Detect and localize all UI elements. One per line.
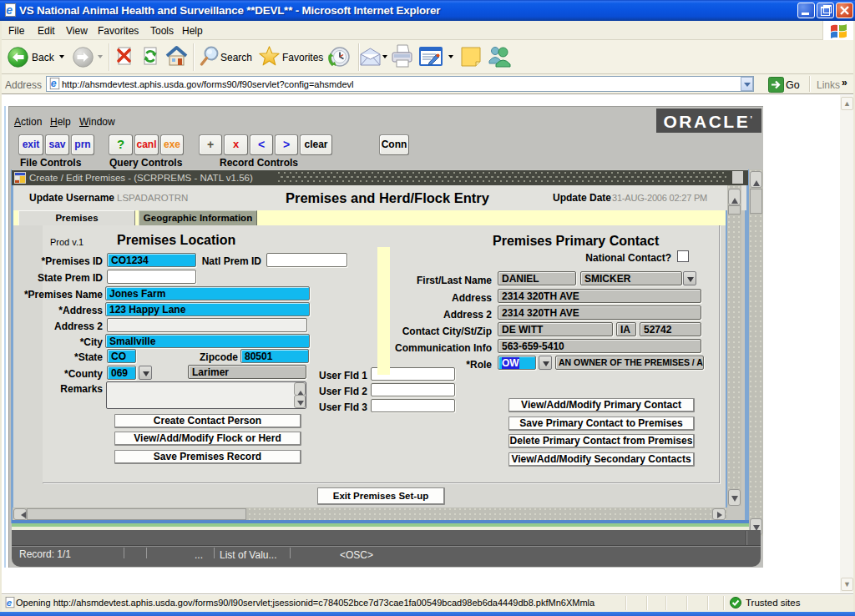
svg-text:e: e <box>6 3 13 17</box>
svg-text:e: e <box>7 598 13 608</box>
svg-text:e: e <box>51 78 57 89</box>
